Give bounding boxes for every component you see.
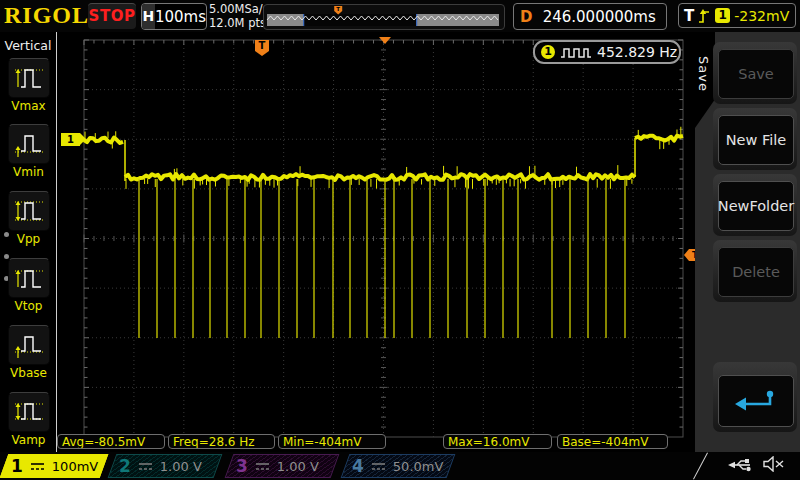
sidebar-item-vtop[interactable]: Vtop bbox=[0, 258, 57, 313]
measurement-min: Min=-404mV bbox=[278, 434, 386, 449]
preview-waveform-icon: T bbox=[264, 5, 502, 27]
trigger-position-marker[interactable]: T bbox=[255, 40, 269, 56]
soft-menu-panel: Save Save New File NewFolder Delete bbox=[695, 32, 800, 452]
channel3-scale: 1.00 V bbox=[277, 459, 319, 474]
sidebar-item-label: Vmin bbox=[0, 165, 57, 179]
channel1-tab[interactable]: 1 100mV bbox=[0, 454, 108, 478]
trigger-level-value: -232mV bbox=[734, 8, 789, 24]
channel4-number: 4 bbox=[352, 456, 364, 476]
usb-icon bbox=[728, 457, 754, 472]
memory-depth: 12.0M pts bbox=[209, 16, 269, 30]
channel1-waveform-trace bbox=[57, 32, 695, 452]
timebase-value: 100ms bbox=[155, 8, 206, 26]
counter-frequency-value: 452.829 Hz bbox=[597, 44, 677, 60]
measurement-avg: Avg=-80.5mV bbox=[57, 434, 165, 449]
channel2-tab[interactable]: 2 1.00 V bbox=[108, 454, 223, 478]
delay-label: D bbox=[520, 8, 532, 26]
sidebar-item-vmax[interactable]: Vmax bbox=[0, 58, 57, 113]
horizontal-timebase-box[interactable]: H 100ms bbox=[141, 3, 207, 30]
trigger-source-badge: 1 bbox=[715, 8, 730, 23]
oscilloscope-screen: RIGOL STOP H 100ms 5.00MSa/s 12.0M pts T… bbox=[0, 0, 800, 480]
channel3-number: 3 bbox=[236, 456, 248, 476]
measurement-results-bar: Avg=-80.5mV Freq=28.6 Hz Min=-404mV Max=… bbox=[57, 434, 695, 449]
dc-coupling-icon bbox=[138, 462, 153, 471]
sidebar-item-vbase[interactable]: Vbase bbox=[0, 325, 57, 380]
channel4-tab[interactable]: 4 50.0mV bbox=[341, 454, 456, 478]
sidebar-item-label: Vamp bbox=[0, 433, 57, 447]
channel2-scale: 1.00 V bbox=[160, 459, 202, 474]
vpp-measure-icon bbox=[12, 196, 46, 226]
vtop-measure-icon bbox=[12, 263, 46, 293]
menu-tab-label: Save bbox=[696, 56, 711, 92]
sidebar-item-vmin[interactable]: Vmin bbox=[0, 124, 57, 179]
sidebar-item-label: Vbase bbox=[0, 366, 57, 380]
delay-value: 246.000000ms bbox=[532, 8, 666, 26]
channel-status-bar: 1 100mV 2 1.00 V 3 bbox=[0, 452, 800, 480]
sidebar-item-vpp[interactable]: Vpp bbox=[0, 191, 57, 246]
channel1-number: 1 bbox=[11, 456, 23, 476]
delay-center-marker bbox=[379, 37, 391, 44]
status-icon-tray bbox=[728, 456, 786, 472]
measure-menu-title: Vertical bbox=[0, 38, 56, 53]
left-measure-menu: Vertical Vmax Vmin bbox=[0, 32, 57, 452]
dc-coupling-icon bbox=[371, 462, 386, 471]
vmax-measure-icon bbox=[12, 63, 46, 93]
delay-readout-box[interactable]: D 246.000000ms bbox=[513, 3, 667, 30]
sidebar-item-label: Vpp bbox=[0, 232, 57, 246]
waveform-display: T 1 T 1 452.829 Hz Avg=-80.5mV Freq=28.6… bbox=[57, 32, 695, 452]
sidebar-item-label: Vtop bbox=[0, 299, 57, 313]
menu-button-delete[interactable]: Delete bbox=[713, 240, 797, 302]
channel1-scale: 100mV bbox=[52, 459, 98, 474]
acquisition-info: 5.00MSa/s 12.0M pts bbox=[209, 2, 269, 30]
measurement-max: Max=16.0mV bbox=[443, 434, 552, 449]
frequency-counter: 1 452.829 Hz bbox=[533, 40, 681, 64]
square-wave-icon bbox=[560, 46, 592, 59]
dc-coupling-icon bbox=[255, 462, 270, 471]
horizontal-label: H bbox=[142, 4, 155, 29]
top-status-bar: RIGOL STOP H 100ms 5.00MSa/s 12.0M pts T… bbox=[0, 0, 800, 32]
run-state-indicator: STOP bbox=[88, 3, 136, 29]
channel2-number: 2 bbox=[119, 456, 131, 476]
sidebar-item-vamp[interactable]: Vamp bbox=[0, 392, 57, 447]
measurement-freq: Freq=28.6 Hz bbox=[168, 434, 275, 449]
menu-button-new-file[interactable]: New File bbox=[713, 108, 797, 170]
vmin-measure-icon bbox=[12, 129, 46, 159]
sample-rate: 5.00MSa/s bbox=[209, 2, 269, 16]
svg-text:T: T bbox=[336, 6, 340, 12]
menu-button-back[interactable] bbox=[713, 362, 797, 432]
trigger-label: T bbox=[684, 7, 694, 25]
dc-coupling-icon bbox=[30, 462, 45, 471]
memory-waveform-preview: T bbox=[263, 4, 505, 30]
return-arrow-icon bbox=[733, 388, 779, 414]
menu-button-new-folder[interactable]: NewFolder bbox=[713, 174, 797, 236]
vbase-measure-icon bbox=[12, 330, 46, 360]
counter-channel-badge: 1 bbox=[541, 45, 555, 59]
rising-edge-icon bbox=[698, 8, 711, 24]
brand-logo: RIGOL bbox=[4, 2, 89, 29]
channel4-scale: 50.0mV bbox=[393, 459, 444, 474]
channel1-offset-marker[interactable]: 1 bbox=[61, 133, 86, 146]
menu-button-save[interactable]: Save bbox=[713, 42, 797, 104]
sidebar-item-label: Vmax bbox=[0, 99, 57, 113]
trigger-readout-box[interactable]: T 1 -232mV bbox=[678, 3, 796, 28]
vamp-measure-icon bbox=[12, 397, 46, 427]
measurement-base: Base=-404mV bbox=[557, 434, 668, 449]
speaker-muted-icon bbox=[762, 456, 786, 472]
channel3-tab[interactable]: 3 1.00 V bbox=[225, 454, 340, 478]
